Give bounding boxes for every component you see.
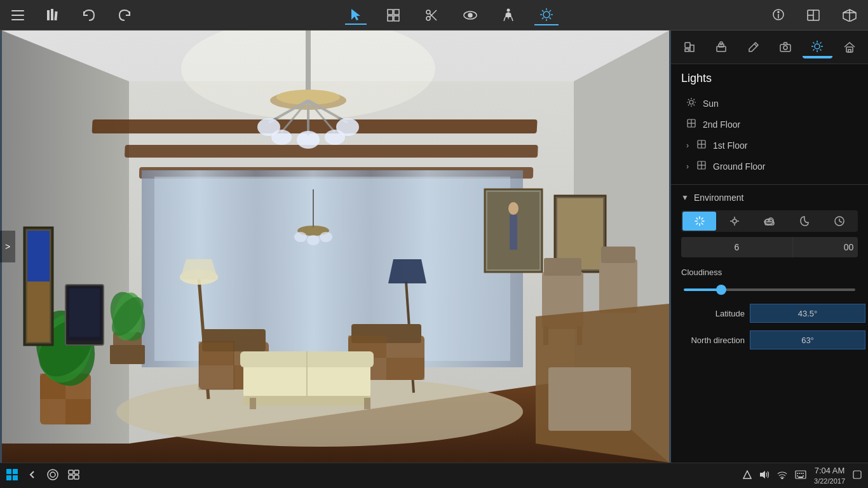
center-tools xyxy=(345,5,559,25)
svg-rect-7 xyxy=(388,10,393,15)
start-button[interactable] xyxy=(6,469,18,483)
svg-rect-5 xyxy=(54,11,57,20)
sun-light-item[interactable]: Sun xyxy=(681,93,858,114)
walk-tool-icon[interactable] xyxy=(498,6,519,25)
day-mode-btn[interactable] xyxy=(682,212,716,231)
ground-floor-item-icon xyxy=(696,160,707,172)
svg-rect-186 xyxy=(74,470,79,474)
network-icon[interactable] xyxy=(777,470,787,482)
night-mode-btn[interactable] xyxy=(788,212,822,231)
cloudiness-label: Cloudiness xyxy=(681,268,858,277)
1st-floor-light-item[interactable]: › 1st Floor xyxy=(681,135,858,156)
system-tray-icon[interactable] xyxy=(743,470,752,482)
svg-rect-122 xyxy=(69,288,100,337)
svg-point-31 xyxy=(778,11,779,13)
svg-line-148 xyxy=(694,99,695,100)
ground-floor-light-item[interactable]: › Ground Floor xyxy=(681,156,858,177)
info-icon[interactable] xyxy=(768,6,789,24)
svg-line-28 xyxy=(542,17,544,19)
svg-rect-112 xyxy=(599,259,637,313)
svg-point-184 xyxy=(50,472,55,477)
svg-rect-106 xyxy=(250,398,256,409)
2nd-floor-light-item[interactable]: 2nd Floor xyxy=(681,114,858,135)
redo-icon[interactable] xyxy=(113,7,136,24)
edit-tool-btn[interactable] xyxy=(739,36,768,58)
svg-point-59 xyxy=(297,131,320,149)
svg-rect-4 xyxy=(51,9,53,20)
svg-line-14 xyxy=(430,10,437,17)
svg-rect-200 xyxy=(853,471,861,478)
grid-tool-icon[interactable] xyxy=(382,6,405,24)
camera-tool-btn[interactable] xyxy=(771,36,800,58)
library-icon[interactable] xyxy=(42,6,65,24)
build-tool-btn[interactable] xyxy=(707,36,736,58)
svg-point-67 xyxy=(307,235,320,245)
environment-section: ▼ Environment xyxy=(671,184,868,365)
cortana-button[interactable] xyxy=(47,469,58,483)
task-view-button[interactable] xyxy=(68,470,79,482)
speaker-icon[interactable] xyxy=(759,470,770,482)
home-tool-btn[interactable] xyxy=(835,36,864,58)
svg-rect-44 xyxy=(92,119,538,133)
sun-item-label: Sun xyxy=(703,98,853,109)
ground-floor-item-label: Ground Floor xyxy=(713,161,853,172)
clock-mode-btn[interactable] xyxy=(823,212,857,231)
svg-rect-3 xyxy=(47,10,50,20)
svg-rect-98 xyxy=(386,358,424,380)
north-direction-label: North direction xyxy=(681,336,745,345)
svg-rect-10 xyxy=(394,16,399,21)
lights-title: Lights xyxy=(681,72,858,85)
svg-line-137 xyxy=(820,43,822,44)
svg-line-136 xyxy=(820,50,822,51)
svg-rect-45 xyxy=(125,145,538,158)
svg-point-70 xyxy=(508,202,519,215)
latitude-input[interactable] xyxy=(750,304,865,323)
environment-header[interactable]: ▼ Environment xyxy=(681,193,858,203)
light-tool-btn[interactable] xyxy=(803,36,832,58)
undo-icon[interactable] xyxy=(78,7,100,24)
svg-point-16 xyxy=(468,13,472,17)
paint-tool-btn[interactable] xyxy=(675,36,704,58)
sun-tool-icon[interactable] xyxy=(534,5,559,25)
menu-icon[interactable] xyxy=(6,8,29,23)
svg-rect-140 xyxy=(848,50,851,52)
svg-point-141 xyxy=(689,100,693,104)
viewport-left-nav[interactable]: > xyxy=(0,231,15,262)
svg-line-18 xyxy=(504,17,505,21)
clock-time: 7:04 AM xyxy=(814,466,845,477)
hour-input[interactable] xyxy=(681,237,793,257)
svg-rect-113 xyxy=(601,247,635,263)
north-direction-input[interactable] xyxy=(750,330,865,349)
svg-rect-2 xyxy=(11,19,24,20)
back-button[interactable] xyxy=(27,470,37,482)
latitude-label: Latitude xyxy=(681,309,745,318)
environment-title: Environment xyxy=(694,193,744,203)
svg-line-165 xyxy=(702,218,703,219)
select-tool-icon[interactable] xyxy=(345,6,367,25)
system-clock[interactable]: 7:04 AM 3/22/2017 xyxy=(814,466,845,485)
minute-input[interactable] xyxy=(793,237,858,257)
scissors-tool-icon[interactable] xyxy=(420,6,443,24)
svg-line-13 xyxy=(430,13,437,20)
cloudy-mode-btn[interactable] xyxy=(752,212,786,231)
sunny-mode-btn[interactable] xyxy=(717,212,751,231)
keyboard-icon[interactable] xyxy=(795,470,806,482)
layout-icon[interactable] xyxy=(802,7,825,24)
svg-rect-119 xyxy=(27,281,50,342)
svg-rect-188 xyxy=(74,475,79,479)
3d-viewport[interactable]: > xyxy=(0,30,671,463)
svg-rect-8 xyxy=(394,10,399,15)
main-content: > xyxy=(0,30,868,463)
svg-rect-1 xyxy=(11,15,24,16)
svg-point-58 xyxy=(325,130,345,145)
notification-icon[interactable] xyxy=(853,470,862,482)
svg-point-65 xyxy=(294,232,307,242)
right-panel: Lights Sun xyxy=(671,30,868,463)
cloudiness-slider[interactable] xyxy=(684,288,855,291)
svg-rect-78 xyxy=(110,345,145,364)
svg-point-130 xyxy=(815,44,820,49)
eye-tool-icon[interactable] xyxy=(458,8,482,22)
time-inputs xyxy=(681,237,858,257)
svg-rect-0 xyxy=(11,10,24,11)
box-3d-icon[interactable] xyxy=(837,6,862,24)
